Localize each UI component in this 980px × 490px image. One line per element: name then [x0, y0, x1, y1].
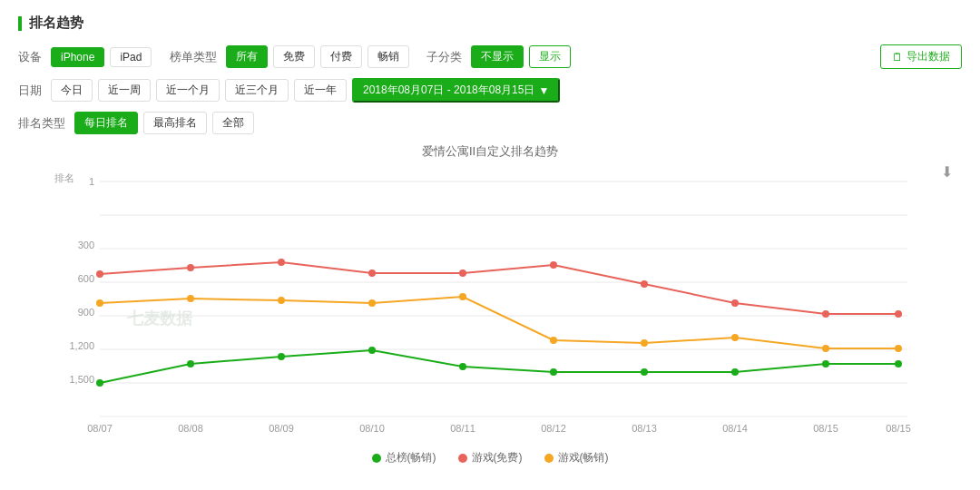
svg-point-46	[187, 295, 194, 302]
chart-type-label: 榜单类型	[170, 49, 217, 65]
btn-show[interactable]: 显示	[529, 45, 571, 68]
svg-text:08/15: 08/15	[813, 423, 838, 434]
svg-point-40	[550, 261, 557, 269]
svg-point-49	[459, 293, 466, 300]
svg-point-53	[822, 345, 829, 352]
svg-text:900: 900	[78, 307, 94, 318]
svg-text:08/09: 08/09	[269, 423, 294, 434]
svg-point-52	[731, 334, 739, 341]
svg-point-29	[459, 363, 466, 370]
device-label: 设备	[18, 49, 42, 65]
svg-point-26	[187, 360, 194, 368]
svg-text:300: 300	[78, 240, 94, 250]
svg-point-41	[641, 280, 648, 288]
chart-title: 爱情公寓II自定义排名趋势	[18, 143, 962, 160]
download-icon[interactable]: ⬇	[941, 163, 953, 181]
svg-point-42	[731, 299, 739, 307]
date-range-picker[interactable]: 2018年08月07日 - 2018年08月15日 ▼	[352, 78, 560, 103]
rank-type-label: 排名类型	[18, 115, 65, 132]
svg-point-36	[187, 264, 194, 271]
btn-all[interactable]: 所有	[226, 45, 268, 68]
legend-item-green: 总榜(畅销)	[372, 450, 436, 466]
legend-dot-red	[458, 454, 467, 463]
svg-point-47	[278, 297, 285, 304]
svg-point-30	[550, 368, 557, 376]
svg-text:排名: 排名	[54, 172, 74, 183]
btn-3month[interactable]: 近三个月	[225, 79, 289, 102]
svg-point-25	[96, 379, 103, 387]
btn-all-rank[interactable]: 全部	[212, 112, 254, 134]
svg-point-27	[278, 353, 285, 360]
btn-highest-rank[interactable]: 最高排名	[143, 112, 207, 134]
svg-point-32	[731, 368, 739, 376]
svg-point-37	[278, 259, 285, 266]
legend-item-orange: 游戏(畅销)	[544, 450, 609, 466]
export-icon: 🗒	[892, 51, 903, 64]
btn-week[interactable]: 近一周	[98, 79, 151, 102]
svg-point-45	[96, 299, 103, 307]
svg-point-34	[895, 360, 902, 368]
svg-point-31	[641, 368, 648, 376]
legend-dot-orange	[544, 454, 554, 463]
btn-ipad[interactable]: iPad	[110, 47, 152, 67]
svg-text:08/14: 08/14	[722, 423, 748, 434]
svg-text:08/13: 08/13	[632, 423, 657, 434]
svg-text:08/10: 08/10	[359, 423, 385, 434]
svg-text:08/12: 08/12	[541, 423, 566, 434]
svg-text:08/11: 08/11	[450, 423, 475, 434]
svg-point-39	[459, 270, 466, 277]
svg-point-43	[822, 310, 829, 318]
dropdown-icon: ▼	[538, 84, 549, 97]
chart-svg: 1 300 600 900 1,200 1,500 排名 08/07 08/08…	[45, 163, 935, 445]
export-button[interactable]: 🗒 导出数据	[880, 44, 962, 69]
legend-item-red: 游戏(免费)	[458, 450, 523, 466]
svg-point-54	[895, 345, 902, 352]
subcategory-label: 子分类	[426, 49, 462, 65]
btn-daily-rank[interactable]: 每日排名	[74, 112, 138, 134]
svg-text:1,500: 1,500	[69, 374, 94, 385]
btn-month[interactable]: 近一个月	[156, 79, 220, 102]
chart-legend: 总榜(畅销) 游戏(免费) 游戏(畅销)	[18, 450, 962, 466]
svg-text:08/08: 08/08	[178, 423, 203, 434]
btn-no-show[interactable]: 不显示	[471, 45, 524, 68]
svg-point-44	[895, 310, 902, 318]
page-title: 排名趋势	[18, 15, 962, 32]
svg-text:1,200: 1,200	[69, 340, 94, 351]
chart-area: 爱情公寓II自定义排名趋势 ⬇ 七麦数据 1 300 600	[18, 143, 962, 466]
svg-text:600: 600	[78, 273, 94, 284]
legend-dot-green	[372, 454, 381, 463]
svg-point-48	[368, 299, 376, 307]
svg-point-51	[641, 339, 648, 347]
svg-text:08/07: 08/07	[87, 423, 113, 434]
btn-bestseller[interactable]: 畅销	[368, 45, 409, 68]
btn-year[interactable]: 近一年	[294, 79, 347, 102]
svg-point-38	[368, 270, 376, 277]
svg-point-50	[550, 337, 557, 344]
date-label: 日期	[18, 83, 42, 99]
btn-free[interactable]: 免费	[273, 45, 315, 68]
svg-point-33	[822, 360, 829, 368]
btn-today[interactable]: 今日	[51, 79, 93, 102]
svg-text:1: 1	[89, 176, 94, 187]
btn-iphone[interactable]: iPhone	[51, 47, 104, 67]
svg-point-28	[368, 347, 376, 354]
svg-point-35	[96, 270, 103, 278]
btn-paid[interactable]: 付费	[320, 45, 362, 68]
svg-text:08/15: 08/15	[886, 423, 911, 434]
